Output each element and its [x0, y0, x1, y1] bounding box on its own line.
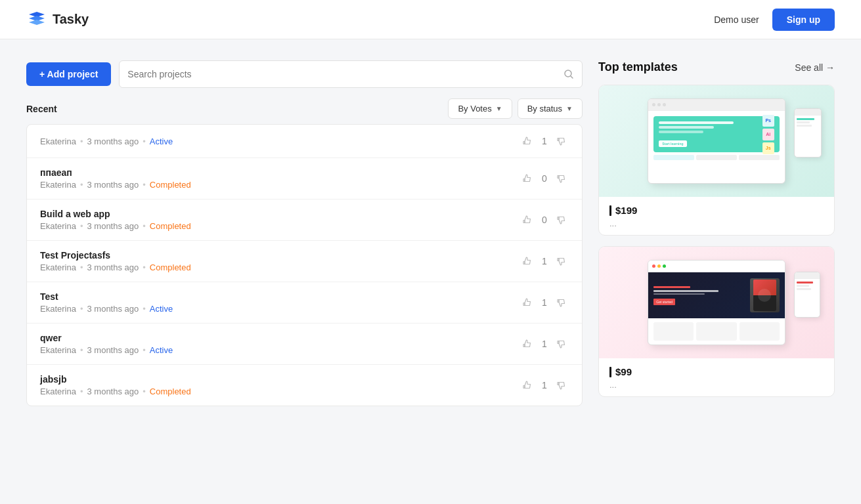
- project-info: Ekaterina • 3 months ago • Active: [40, 136, 520, 146]
- header: Tasky Demo user Sign up: [0, 0, 861, 39]
- upvote-button[interactable]: [520, 378, 535, 392]
- separator-dot: •: [80, 387, 83, 396]
- vote-count: 0: [540, 215, 549, 225]
- project-time: 3 months ago: [87, 304, 139, 314]
- project-time: 3 months ago: [87, 262, 139, 272]
- project-row[interactable]: jabsjb Ekaterina • 3 months ago • Comple…: [27, 365, 582, 406]
- project-meta: Ekaterina • 3 months ago • Active: [40, 136, 520, 146]
- project-meta: Ekaterina • 3 months ago • Completed: [40, 387, 520, 396]
- vote-count: 1: [540, 136, 549, 146]
- filter-votes-button[interactable]: By Votes ▼: [448, 98, 512, 119]
- svg-rect-15: [558, 383, 559, 385]
- vote-controls: 1: [520, 254, 569, 268]
- downvote-button[interactable]: [554, 134, 569, 148]
- project-row[interactable]: Build a web app Ekaterina • 3 months ago…: [27, 200, 582, 241]
- project-author: Ekaterina: [40, 304, 76, 314]
- project-status: Completed: [150, 387, 191, 396]
- template-image-2: Get started: [599, 247, 834, 358]
- project-time: 3 months ago: [87, 345, 139, 355]
- vote-count: 1: [540, 297, 549, 308]
- upvote-button[interactable]: [520, 254, 535, 268]
- project-time: 3 months ago: [87, 136, 139, 146]
- project-meta: Ekaterina • 3 months ago • Completed: [40, 262, 520, 272]
- svg-rect-6: [523, 220, 525, 223]
- downvote-button[interactable]: [554, 171, 569, 186]
- right-panel: Top templates See all →: [598, 60, 835, 408]
- project-meta: Ekaterina • 3 months ago • Active: [40, 345, 520, 355]
- recent-label: Recent: [26, 104, 57, 114]
- template-price-2: $99: [609, 366, 824, 377]
- project-info: Test Ekaterina • 3 months ago • Active: [40, 291, 520, 314]
- svg-rect-7: [558, 217, 559, 220]
- search-icon: [563, 69, 574, 79]
- add-project-button[interactable]: + Add project: [26, 62, 111, 86]
- downvote-button[interactable]: [554, 378, 569, 392]
- separator-dot: •: [80, 136, 83, 146]
- vote-controls: 0: [520, 171, 569, 186]
- downvote-button[interactable]: [554, 337, 569, 351]
- projects-list: Ekaterina • 3 months ago • Active 1: [26, 124, 583, 406]
- filters-row: Recent By Votes ▼ By status ▼: [26, 98, 583, 119]
- project-meta: Ekaterina • 3 months ago • Active: [40, 304, 520, 314]
- downvote-button[interactable]: [554, 254, 569, 268]
- project-row[interactable]: ппаеап Ekaterina • 3 months ago • Comple…: [27, 158, 582, 200]
- project-info: jabsjb Ekaterina • 3 months ago • Comple…: [40, 374, 520, 396]
- separator-dot: •: [143, 180, 146, 190]
- thumbs-down-icon: [556, 135, 567, 147]
- upvote-button[interactable]: [520, 295, 535, 310]
- template-card-2[interactable]: Get started: [598, 246, 835, 397]
- thumbs-down-icon: [556, 255, 567, 267]
- vote-controls: 1: [520, 337, 569, 351]
- left-panel: + Add project Recent By Votes ▼: [26, 60, 583, 408]
- template-price-value-1: $199: [615, 205, 637, 216]
- vote-controls: 1: [520, 134, 569, 148]
- project-author: Ekaterina: [40, 221, 76, 231]
- project-author: Ekaterina: [40, 387, 76, 396]
- project-row[interactable]: qwer Ekaterina • 3 months ago • Active 1: [27, 324, 582, 365]
- filter-group: By Votes ▼ By status ▼: [448, 98, 583, 119]
- tasky-logo-icon: [26, 9, 47, 30]
- project-status: Completed: [150, 180, 191, 190]
- project-status: Active: [150, 136, 173, 146]
- separator-dot: •: [80, 221, 83, 231]
- svg-rect-11: [558, 300, 559, 303]
- logo-text: Tasky: [53, 12, 89, 27]
- thumbs-up-icon: [521, 214, 533, 226]
- project-row[interactable]: Test Ekaterina • 3 months ago • Active 1: [27, 282, 582, 324]
- price-bar-icon: [609, 205, 611, 216]
- template-mockup-screen-1: Start learning Ps Ai Js: [648, 98, 785, 184]
- vote-controls: 0: [520, 213, 569, 227]
- signup-button[interactable]: Sign up: [772, 9, 835, 31]
- downvote-button[interactable]: [554, 295, 569, 310]
- project-status: Completed: [150, 221, 191, 231]
- project-row[interactable]: Ekaterina • 3 months ago • Active 1: [27, 125, 582, 158]
- search-input[interactable]: [127, 69, 563, 79]
- upvote-button[interactable]: [520, 171, 535, 186]
- see-all-link[interactable]: See all →: [795, 62, 835, 73]
- vote-count: 0: [540, 173, 549, 184]
- thumbs-up-icon: [521, 255, 533, 267]
- template-price-value-2: $99: [615, 366, 632, 377]
- svg-rect-12: [523, 345, 525, 347]
- separator-dot: •: [143, 387, 146, 396]
- template-dots-1: ...: [609, 219, 824, 228]
- upvote-button[interactable]: [520, 134, 535, 148]
- upvote-button[interactable]: [520, 337, 535, 351]
- project-author: Ekaterina: [40, 345, 76, 355]
- template-card-1[interactable]: Start learning Ps Ai Js: [598, 85, 835, 236]
- thumbs-up-icon: [521, 297, 533, 308]
- thumbs-down-icon: [556, 338, 567, 350]
- templates-title: Top templates: [598, 60, 678, 74]
- main-content: + Add project Recent By Votes ▼: [0, 39, 861, 429]
- project-row[interactable]: Test Projectasfs Ekaterina • 3 months ag…: [27, 241, 582, 282]
- header-right: Demo user Sign up: [714, 9, 835, 31]
- project-author: Ekaterina: [40, 136, 76, 146]
- thumbs-down-icon: [556, 173, 567, 184]
- separator-dot: •: [143, 136, 146, 146]
- filter-status-button[interactable]: By status ▼: [518, 98, 583, 119]
- thumbs-down-icon: [556, 379, 567, 391]
- project-title: Test: [40, 291, 520, 302]
- upvote-button[interactable]: [520, 213, 535, 227]
- search-icon-button[interactable]: [563, 69, 574, 79]
- downvote-button[interactable]: [554, 213, 569, 227]
